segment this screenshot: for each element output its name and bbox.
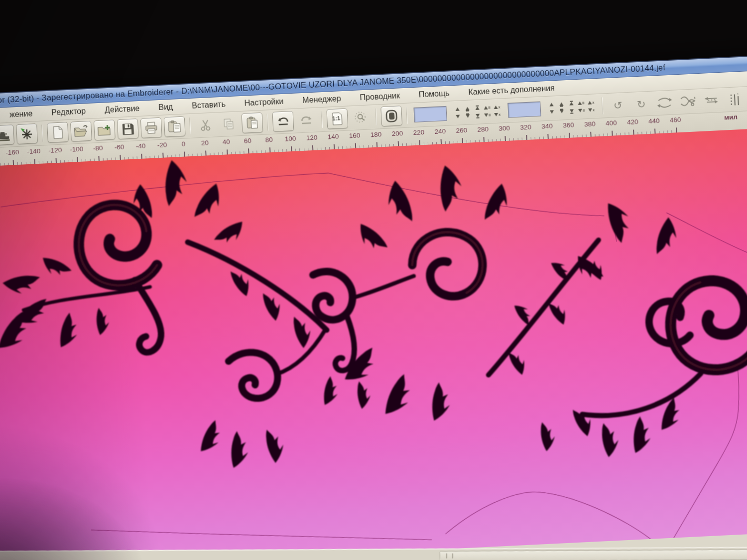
import-design-button[interactable] [94,119,116,140]
design-canvas[interactable] [0,127,747,560]
ruler-tick [419,140,420,145]
stitch-down-button[interactable] [547,109,556,115]
stitch-navigation-group-2: II x II x [547,99,596,115]
menu-item-redaktor[interactable]: Редактор [44,103,94,120]
ruler-tick [55,158,56,163]
undo-icon [276,114,290,128]
menu-item-vid[interactable]: Вид [151,99,181,115]
thread-color-swatch-1[interactable] [413,106,447,122]
menu-item-provodnik[interactable]: Проводник [352,88,408,106]
ruler-tick [590,132,591,137]
stitch-points-button[interactable] [16,123,38,144]
redo-icon [299,113,314,127]
stitch-up-block-button[interactable]: II [577,100,586,107]
svg-text:*: * [737,92,739,97]
stitch-down-end-button[interactable] [473,112,482,119]
measure-mm-button[interactable] [700,90,722,111]
open-folder-icon [73,124,89,138]
ruler-tick [141,154,142,159]
stitch-up-step-button[interactable] [557,101,566,108]
redo-button[interactable] [295,110,317,131]
hoop-icon [384,109,399,123]
scrollbar-grip[interactable] [446,554,453,559]
density-button[interactable]: * [724,89,746,110]
stitch-up-color-button[interactable]: x [587,99,596,106]
print-button[interactable] [140,117,162,138]
sewing-machine-icon [0,128,11,142]
cut-button[interactable] [195,114,217,135]
ruler-label: 380 [584,120,596,128]
ruler-label: -80 [93,144,103,152]
ruler-label: 460 [670,116,681,124]
ruler-label: -160 [5,148,19,156]
stitch-up-step-button[interactable] [463,105,472,112]
menu-item-pomosch[interactable]: Помощь [411,86,457,103]
ruler-tick [312,145,313,150]
paste-icon [246,116,259,129]
ruler-label: 280 [477,125,489,133]
stitch-down-step-button[interactable] [557,108,566,115]
menu-item-nastroyki[interactable]: Настройки [237,94,291,111]
stitch-down-end-button[interactable] [567,108,576,114]
copy-button[interactable] [218,113,240,134]
paste-button[interactable] [242,112,263,133]
stitch-down-color-button[interactable]: x [493,111,502,118]
ruler-tick [248,148,249,153]
thread-color-swatch-2[interactable] [507,102,541,118]
ruler-label: -20 [157,141,167,149]
open-button[interactable] [70,121,92,142]
ruler-tick [462,138,463,143]
render-view-button[interactable] [350,107,372,128]
stitch-down-color-button[interactable]: x [587,107,596,113]
actual-size-button[interactable]: 1:1 [326,109,348,129]
menu-item-menedzher[interactable]: Менеджер [294,91,349,108]
mirror-button[interactable] [654,92,676,113]
hoop-button[interactable] [380,106,402,126]
ruler-label: 200 [391,129,403,137]
ruler-tick [334,144,335,149]
rotate-cw-button[interactable]: ↻ [630,94,652,114]
ruler-tick [98,156,99,161]
ruler-label: 360 [563,121,574,129]
stitch-down-button[interactable] [453,113,462,120]
toolbar-separator [375,109,377,125]
new-document-button[interactable] [47,122,69,143]
ruler-label: -60 [114,143,124,151]
ruler-tick [13,160,14,165]
ruler-label: -140 [27,147,41,155]
actual-size-label: 1:1 [332,115,340,121]
menu-item-deystvie[interactable]: Действие [97,101,147,118]
stitch-down-block-button[interactable]: II [577,107,586,114]
stitch-up-end-button[interactable] [473,105,482,112]
sewing-machine-button[interactable] [0,124,14,145]
ruler-tick [526,135,527,140]
stitch-up-block-button[interactable]: II [483,104,492,111]
ruler-tick [291,146,292,151]
ruler-label: 340 [541,122,553,130]
stitch-down-block-button[interactable]: II [483,112,492,118]
ruler-label: 400 [606,119,617,127]
stitch-up-color-button[interactable]: x [493,104,501,111]
ruler-tick [120,155,121,160]
stitch-up-button[interactable] [547,101,556,108]
ruler-label: 260 [456,126,467,134]
save-button[interactable] [117,118,139,139]
ruler-tick [205,151,206,156]
embroidery-design[interactable] [0,132,747,487]
page-setup-button[interactable] [164,116,186,137]
stitch-edit-button[interactable] [677,91,699,112]
rotate-ccw-button[interactable]: ↺ [607,95,629,115]
ruler-tick [483,137,484,142]
undo-button[interactable] [272,111,294,132]
menu-item-izobrazhenie[interactable]: жение [1,106,40,123]
ruler-label: 40 [222,138,230,146]
stitch-up-button[interactable] [453,106,462,112]
stitch-up-end-button[interactable] [567,100,576,107]
menu-item-vstavit[interactable]: Вставить [184,97,233,114]
scrollbar-thumb[interactable] [440,549,747,560]
stitch-down-step-button[interactable] [463,112,472,119]
ruler-tick [269,147,270,152]
toolbar-separator [189,117,191,134]
toolbar-separator [321,111,323,128]
ruler-label: 440 [648,117,660,125]
